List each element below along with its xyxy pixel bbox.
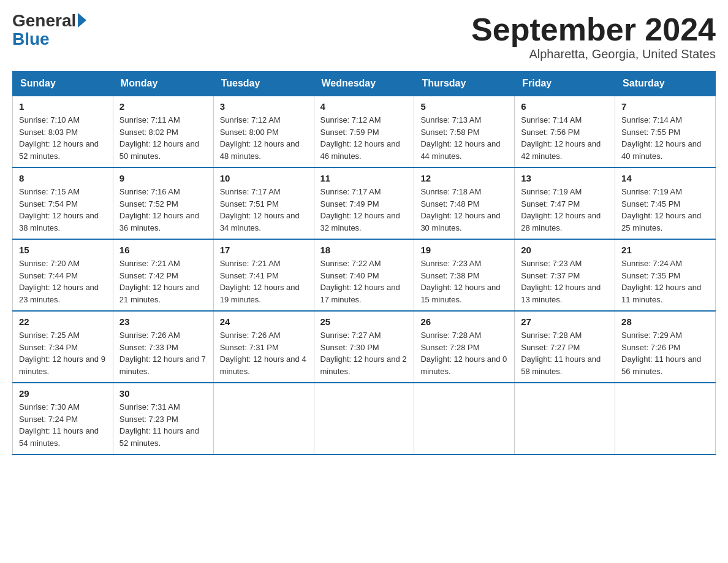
calendar-header-saturday: Saturday xyxy=(615,72,716,96)
sunset-text: Sunset: 7:59 PM xyxy=(320,128,379,137)
sunrise-text: Sunrise: 7:12 AM xyxy=(320,115,381,124)
calendar-day-cell: 8 Sunrise: 7:15 AM Sunset: 7:54 PM Dayli… xyxy=(13,167,113,239)
daylight-text: Daylight: 11 hours and 58 minutes. xyxy=(521,354,601,376)
sunrise-text: Sunrise: 7:28 AM xyxy=(420,331,481,340)
sunset-text: Sunset: 7:51 PM xyxy=(220,199,279,209)
daylight-text: Daylight: 12 hours and 44 minutes. xyxy=(420,139,500,161)
sunset-text: Sunset: 7:48 PM xyxy=(420,199,479,209)
calendar-day-cell: 11 Sunrise: 7:17 AM Sunset: 7:49 PM Dayl… xyxy=(314,167,414,239)
daylight-text: Daylight: 12 hours and 48 minutes. xyxy=(220,139,300,161)
day-number: 15 xyxy=(19,245,107,255)
day-number: 18 xyxy=(320,245,408,255)
sunset-text: Sunset: 8:03 PM xyxy=(19,128,78,137)
sunrise-text: Sunrise: 7:19 AM xyxy=(621,187,682,196)
day-number: 14 xyxy=(621,173,709,183)
day-number: 28 xyxy=(621,316,709,327)
logo-arrow-icon xyxy=(78,13,86,28)
daylight-text: Daylight: 12 hours and 17 minutes. xyxy=(320,283,400,304)
sunrise-text: Sunrise: 7:30 AM xyxy=(19,402,80,412)
sunset-text: Sunset: 7:41 PM xyxy=(220,271,279,280)
day-info: Sunrise: 7:26 AM Sunset: 7:33 PM Dayligh… xyxy=(119,329,207,377)
daylight-text: Daylight: 12 hours and 4 minutes. xyxy=(220,354,306,376)
sunset-text: Sunset: 7:24 PM xyxy=(19,415,78,424)
calendar-day-cell: 3 Sunrise: 7:12 AM Sunset: 8:00 PM Dayli… xyxy=(213,96,314,167)
day-number: 27 xyxy=(521,316,609,327)
daylight-text: Daylight: 12 hours and 50 minutes. xyxy=(119,139,199,161)
day-number: 30 xyxy=(119,388,207,399)
day-number: 20 xyxy=(521,245,609,255)
sunset-text: Sunset: 7:26 PM xyxy=(621,343,680,352)
day-info: Sunrise: 7:13 AM Sunset: 7:58 PM Dayligh… xyxy=(420,114,508,162)
calendar-day-cell xyxy=(414,383,515,454)
day-number: 1 xyxy=(19,101,107,112)
day-info: Sunrise: 7:31 AM Sunset: 7:23 PM Dayligh… xyxy=(119,401,207,449)
day-info: Sunrise: 7:11 AM Sunset: 8:02 PM Dayligh… xyxy=(119,114,207,162)
day-info: Sunrise: 7:27 AM Sunset: 7:30 PM Dayligh… xyxy=(320,329,408,377)
sunrise-text: Sunrise: 7:22 AM xyxy=(320,259,381,268)
sunset-text: Sunset: 7:42 PM xyxy=(119,271,178,280)
sunrise-text: Sunrise: 7:28 AM xyxy=(521,331,582,340)
daylight-text: Daylight: 12 hours and 42 minutes. xyxy=(521,139,601,161)
sunset-text: Sunset: 8:02 PM xyxy=(119,128,178,137)
calendar-week-row: 8 Sunrise: 7:15 AM Sunset: 7:54 PM Dayli… xyxy=(13,167,716,239)
sunrise-text: Sunrise: 7:17 AM xyxy=(220,187,281,196)
sunrise-text: Sunrise: 7:11 AM xyxy=(119,115,180,124)
daylight-text: Daylight: 12 hours and 30 minutes. xyxy=(420,211,500,232)
day-number: 12 xyxy=(420,173,508,183)
sunrise-text: Sunrise: 7:14 AM xyxy=(521,115,582,124)
day-info: Sunrise: 7:26 AM Sunset: 7:31 PM Dayligh… xyxy=(220,329,308,377)
calendar-day-cell: 13 Sunrise: 7:19 AM Sunset: 7:47 PM Dayl… xyxy=(515,167,615,239)
day-number: 2 xyxy=(119,101,207,112)
daylight-text: Daylight: 11 hours and 56 minutes. xyxy=(621,354,701,376)
calendar-day-cell: 16 Sunrise: 7:21 AM Sunset: 7:42 PM Dayl… xyxy=(113,239,213,311)
day-info: Sunrise: 7:16 AM Sunset: 7:52 PM Dayligh… xyxy=(119,186,207,234)
daylight-text: Daylight: 12 hours and 7 minutes. xyxy=(119,354,206,376)
calendar-header-sunday: Sunday xyxy=(13,72,113,96)
daylight-text: Daylight: 12 hours and 28 minutes. xyxy=(521,211,601,232)
daylight-text: Daylight: 12 hours and 25 minutes. xyxy=(621,211,701,232)
calendar-day-cell: 17 Sunrise: 7:21 AM Sunset: 7:41 PM Dayl… xyxy=(213,239,314,311)
day-number: 9 xyxy=(119,173,207,183)
daylight-text: Daylight: 12 hours and 19 minutes. xyxy=(220,283,300,304)
day-info: Sunrise: 7:24 AM Sunset: 7:35 PM Dayligh… xyxy=(621,258,709,305)
day-info: Sunrise: 7:19 AM Sunset: 7:47 PM Dayligh… xyxy=(521,186,609,234)
sunset-text: Sunset: 7:52 PM xyxy=(119,199,178,209)
calendar-week-row: 15 Sunrise: 7:20 AM Sunset: 7:44 PM Dayl… xyxy=(13,239,716,311)
sunrise-text: Sunrise: 7:23 AM xyxy=(420,259,481,268)
daylight-text: Daylight: 12 hours and 38 minutes. xyxy=(19,211,99,232)
daylight-text: Daylight: 12 hours and 23 minutes. xyxy=(19,283,99,304)
title-block: September 2024 Alpharetta, Georgia, Unit… xyxy=(471,12,716,61)
calendar-day-cell: 22 Sunrise: 7:25 AM Sunset: 7:34 PM Dayl… xyxy=(13,311,113,383)
sunset-text: Sunset: 7:40 PM xyxy=(320,271,379,280)
day-info: Sunrise: 7:23 AM Sunset: 7:37 PM Dayligh… xyxy=(521,258,609,305)
day-number: 23 xyxy=(119,316,207,327)
day-info: Sunrise: 7:23 AM Sunset: 7:38 PM Dayligh… xyxy=(420,258,508,305)
daylight-text: Daylight: 12 hours and 2 minutes. xyxy=(320,354,407,376)
sunset-text: Sunset: 7:31 PM xyxy=(220,343,279,352)
sunrise-text: Sunrise: 7:24 AM xyxy=(621,259,682,268)
sunset-text: Sunset: 7:47 PM xyxy=(521,199,580,209)
day-number: 25 xyxy=(320,316,408,327)
sunset-text: Sunset: 8:00 PM xyxy=(220,128,279,137)
day-number: 13 xyxy=(521,173,609,183)
sunset-text: Sunset: 7:44 PM xyxy=(19,271,78,280)
sunset-text: Sunset: 7:28 PM xyxy=(420,343,479,352)
sunrise-text: Sunrise: 7:25 AM xyxy=(19,331,80,340)
calendar-day-cell: 7 Sunrise: 7:14 AM Sunset: 7:55 PM Dayli… xyxy=(615,96,716,167)
calendar-day-cell: 14 Sunrise: 7:19 AM Sunset: 7:45 PM Dayl… xyxy=(615,167,716,239)
day-info: Sunrise: 7:17 AM Sunset: 7:49 PM Dayligh… xyxy=(320,186,408,234)
sunrise-text: Sunrise: 7:23 AM xyxy=(521,259,582,268)
day-info: Sunrise: 7:20 AM Sunset: 7:44 PM Dayligh… xyxy=(19,258,107,305)
day-number: 8 xyxy=(19,173,107,183)
day-info: Sunrise: 7:21 AM Sunset: 7:42 PM Dayligh… xyxy=(119,258,207,305)
location-subtitle: Alpharetta, Georgia, United States xyxy=(471,47,716,61)
day-number: 5 xyxy=(420,101,508,112)
calendar-table: SundayMondayTuesdayWednesdayThursdayFrid… xyxy=(12,71,716,455)
day-number: 4 xyxy=(320,101,408,112)
page-header: General Blue September 2024 Alpharetta, … xyxy=(12,12,716,61)
sunset-text: Sunset: 7:27 PM xyxy=(521,343,580,352)
daylight-text: Daylight: 12 hours and 46 minutes. xyxy=(320,139,400,161)
calendar-day-cell: 6 Sunrise: 7:14 AM Sunset: 7:56 PM Dayli… xyxy=(515,96,615,167)
calendar-week-row: 1 Sunrise: 7:10 AM Sunset: 8:03 PM Dayli… xyxy=(13,96,716,167)
sunset-text: Sunset: 7:58 PM xyxy=(420,128,479,137)
